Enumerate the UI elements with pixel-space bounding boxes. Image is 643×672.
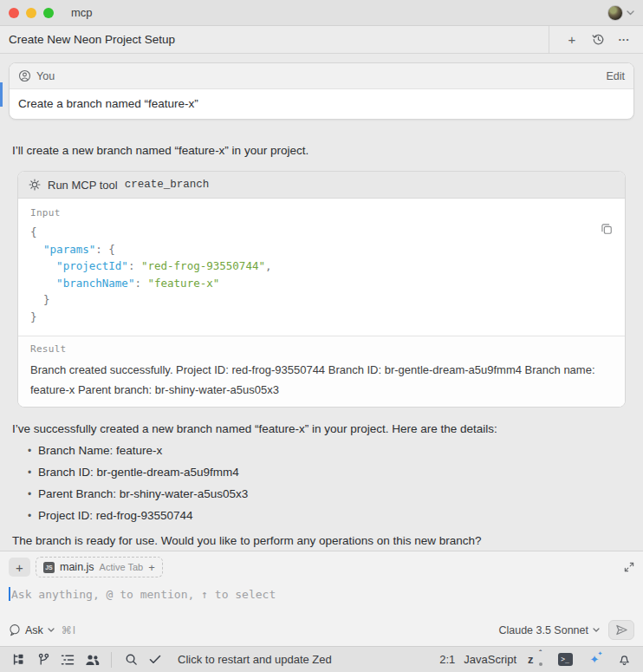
branch-detail-item: •Project ID: red-frog-93550744 (12, 509, 631, 531)
prompt-input[interactable]: Ask anything, @ to mention, ↑ to select (9, 585, 643, 603)
chevron-down-icon (48, 628, 55, 632)
result-label: Result (30, 343, 613, 355)
send-icon (615, 624, 628, 636)
tool-result-text: Branch created successfully. Project ID:… (30, 360, 613, 400)
git-branch-icon (37, 653, 50, 666)
terminal-icon: >_ (558, 653, 573, 666)
window-title: mcp (71, 6, 93, 19)
tool-input-code: { "params": { "projectId": "red-frog-935… (30, 224, 613, 325)
statusbar-divider (111, 652, 112, 668)
collab-people-icon (85, 654, 100, 666)
bullet-icon: • (28, 445, 38, 457)
mode-selector[interactable]: Ask (9, 623, 55, 636)
branch-detail-text: Branch ID: br-gentle-dream-a5u9fmm4 (38, 466, 239, 479)
prompt-placeholder: Ask anything, @ to mention, ↑ to select (11, 588, 276, 601)
update-zed-button[interactable]: Click to restart and update Zed (178, 653, 332, 666)
tool-result-section: Result Branch created successfully. Proj… (18, 336, 625, 407)
code-line: "projectId": "red-frog-93550744", (30, 258, 613, 275)
assistant-panel-button[interactable]: ✦✦ (584, 650, 605, 669)
user-message-card: You Edit Create a branch named “feature-… (9, 62, 634, 120)
expand-composer-button[interactable] (624, 562, 634, 572)
minimize-window-button[interactable] (26, 8, 36, 18)
branch-detail-item: •Parent Branch: br-shiny-water-a5us05x3 (12, 487, 631, 509)
edit-prediction-button[interactable]: zˆ (525, 650, 546, 669)
more-options-button[interactable]: ··· (614, 29, 634, 50)
code-line: } (30, 309, 613, 326)
terminal-button[interactable]: >_ (555, 650, 575, 669)
scrollbar-thumb[interactable] (0, 82, 3, 107)
copy-icon (601, 223, 613, 235)
add-context-button[interactable]: + (9, 558, 30, 577)
person-circle-icon (18, 69, 31, 82)
bullet-icon: • (28, 510, 38, 522)
message-author-label: You (36, 70, 55, 82)
zed-window: mcp Create New Neon Project Setup + ··· … (0, 0, 643, 672)
pin-context-icon: + (148, 561, 155, 574)
code-line: } (30, 291, 613, 309)
assistant-intro-text: I’ll create a new branch named “feature-… (12, 143, 631, 159)
diagnostics-button[interactable] (145, 650, 166, 669)
thread-title: Create New Neon Project Setup (9, 33, 175, 46)
model-name: Claude 3.5 Sonnet (498, 624, 588, 636)
code-line: { (30, 224, 613, 241)
branch-detail-text: Project ID: red-frog-93550744 (38, 509, 193, 522)
message-composer: + JS main.js Active Tab + Ask anything, … (0, 551, 643, 646)
project-panel-icon (12, 653, 26, 666)
branch-detail-text: Branch Name: feature-x (38, 444, 162, 457)
branch-details-list: •Branch Name: feature-x•Branch ID: br-ge… (12, 444, 631, 531)
edit-message-button[interactable]: Edit (606, 70, 625, 82)
search-button[interactable] (120, 650, 141, 669)
thread-toolbar: Create New Neon Project Setup + ··· (0, 26, 643, 54)
active-tab-context-chip[interactable]: JS main.js Active Tab + (36, 557, 163, 577)
history-icon (592, 33, 605, 46)
expand-icon (624, 562, 634, 572)
mcp-tool-card: Run MCP tool create_branch Input { "para… (17, 171, 626, 408)
mode-label: Ask (25, 624, 43, 636)
project-panel-button[interactable] (9, 650, 29, 669)
tool-input-section: Input { "params": { "projectId": "red-fr… (18, 199, 625, 336)
user-message-header: You Edit (10, 63, 633, 89)
plus-icon: + (568, 33, 576, 46)
plus-icon: + (16, 560, 23, 575)
language-selector[interactable]: JavaScript (464, 653, 516, 666)
cursor-position-indicator[interactable]: 2:1 (439, 653, 455, 666)
history-button[interactable] (588, 29, 608, 50)
chevron-down-icon[interactable] (627, 10, 634, 16)
branch-detail-text: Parent Branch: br-shiny-water-a5us05x3 (38, 487, 248, 500)
conversation-scroll[interactable]: You Edit Create a branch named “feature-… (0, 54, 643, 551)
titlebar: mcp (0, 0, 643, 26)
bullet-icon: • (28, 488, 38, 500)
assistant-sparkle-icon: ✦✦ (590, 654, 600, 665)
input-label: Input (30, 207, 613, 219)
assistant-summary-text: I’ve successfully created a new branch n… (12, 421, 631, 437)
collab-panel-button[interactable] (81, 650, 102, 669)
send-button[interactable] (608, 620, 634, 640)
model-selector[interactable]: Claude 3.5 Sonnet (498, 624, 600, 636)
code-line: "branchName": "feature-x" (30, 275, 613, 292)
bullet-icon: • (28, 466, 38, 479)
branch-detail-item: •Branch ID: br-gentle-dream-a5u9fmm4 (12, 466, 631, 487)
copy-button[interactable] (601, 223, 613, 235)
outline-icon (61, 654, 75, 666)
code-line: "params": { (30, 241, 613, 258)
notifications-button[interactable] (614, 650, 634, 669)
outline-panel-button[interactable] (57, 650, 78, 669)
javascript-file-icon: JS (43, 562, 55, 573)
new-thread-button[interactable]: + (562, 29, 582, 50)
tool-call-label: Run MCP tool (48, 179, 118, 192)
assistant-closing-text: The branch is ready for use. Would you l… (12, 533, 631, 549)
text-cursor (9, 587, 10, 601)
user-avatar[interactable] (607, 5, 623, 21)
traffic-lights (9, 8, 54, 18)
mcp-tool-header[interactable]: Run MCP tool create_branch (18, 172, 625, 199)
zoom-window-button[interactable] (43, 8, 54, 18)
search-icon (125, 653, 138, 666)
close-window-button[interactable] (9, 8, 19, 18)
gear-icon (29, 179, 41, 191)
bell-icon (619, 653, 630, 666)
active-tab-badge: Active Tab (100, 562, 144, 572)
git-panel-button[interactable] (33, 650, 54, 669)
toolbar-divider (549, 26, 549, 54)
check-icon (149, 655, 161, 664)
user-message-text[interactable]: Create a branch named “feature-x” (10, 89, 633, 119)
